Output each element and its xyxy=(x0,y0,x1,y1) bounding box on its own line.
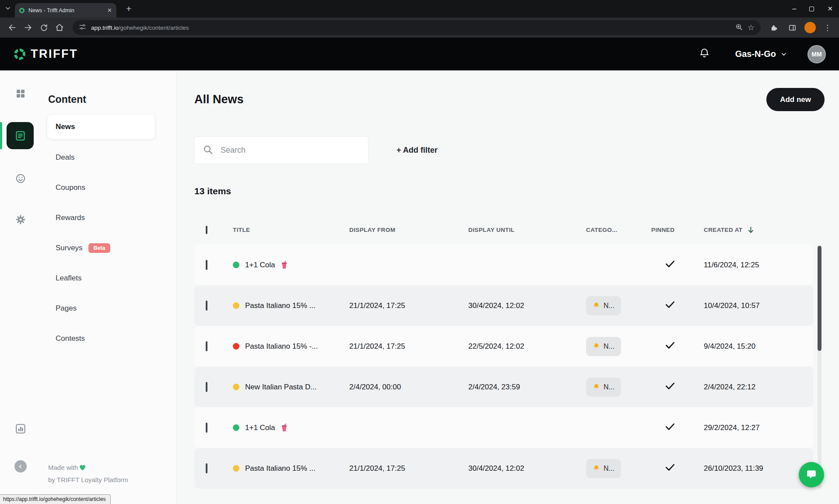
column-pinned[interactable]: PINNED xyxy=(651,227,704,233)
address-bar[interactable]: app.trifft.io/gohehegik/content/articles… xyxy=(73,20,761,35)
bell-icon xyxy=(593,343,600,350)
forward-icon[interactable] xyxy=(20,20,36,35)
row-checkbox[interactable] xyxy=(206,301,207,311)
sidebar-item-label: News xyxy=(56,122,75,131)
sidebar-item-leaflets[interactable]: Leaflets xyxy=(41,263,176,293)
tab-title: News - Trifft Admin xyxy=(28,7,103,14)
workspace-name: Gas-N-Go xyxy=(735,49,776,59)
row-title: 1+1 Cola xyxy=(245,261,275,270)
back-icon[interactable] xyxy=(4,20,20,35)
sidebar-item-label: Pages xyxy=(56,304,77,313)
window-controls: – ✕ xyxy=(793,0,833,18)
add-filter-button[interactable]: + Add filter xyxy=(397,146,438,155)
sidebar-item-contests[interactable]: Contests xyxy=(41,323,176,354)
browser-tab[interactable]: News - Trifft Admin ✕ xyxy=(15,3,116,18)
row-checkbox[interactable] xyxy=(206,463,207,473)
browser-profile-avatar[interactable] xyxy=(804,22,816,33)
scrollbar-thumb[interactable] xyxy=(818,246,821,351)
row-checkbox[interactable] xyxy=(206,260,207,270)
tab-search-icon[interactable] xyxy=(4,5,11,14)
add-new-button[interactable]: Add new xyxy=(766,88,825,111)
sidebar-item-rewards[interactable]: Rewards xyxy=(41,203,176,233)
row-display-from: 21/1/2024, 17:25 xyxy=(349,342,468,351)
notifications-bell-icon[interactable] xyxy=(699,48,710,60)
search-box[interactable] xyxy=(194,136,369,164)
row-title: Pasta Italiano 15% ... xyxy=(245,464,316,473)
minimize-icon[interactable]: – xyxy=(793,5,797,13)
row-checkbox[interactable] xyxy=(206,423,207,433)
new-tab-button[interactable]: + xyxy=(126,4,131,14)
category-badge: N... xyxy=(586,459,621,478)
sidebar-item-label: Deals xyxy=(56,153,74,162)
header-right: Gas-N-Go MM xyxy=(699,45,826,63)
chat-launcher-button[interactable] xyxy=(799,462,824,487)
bell-icon xyxy=(593,465,600,472)
table-row[interactable]: 1+1 Cola 29/2/2024, 12:27 xyxy=(194,407,813,448)
sidebar-item-pages[interactable]: Pages xyxy=(41,293,176,323)
column-created-at[interactable]: CREATED AT xyxy=(704,226,813,234)
side-panel-icon[interactable] xyxy=(784,20,800,35)
column-title[interactable]: TITLE xyxy=(233,227,349,233)
table-row[interactable]: Pasta Italiano 15% -... 21/1/2024, 17:25… xyxy=(194,326,813,367)
brand-name: TRIFFT xyxy=(31,47,78,61)
settings-gear-icon[interactable] xyxy=(15,214,26,225)
pinned-check-icon xyxy=(664,258,676,270)
bell-icon xyxy=(593,383,600,391)
row-created-at: 11/6/2024, 12:25 xyxy=(704,261,813,270)
search-icon xyxy=(203,144,213,157)
column-display-until[interactable]: DISPLAY UNTIL xyxy=(468,227,586,233)
window-close-icon[interactable]: ✕ xyxy=(827,5,833,13)
browser-tab-bar: News - Trifft Admin ✕ + – ✕ xyxy=(0,0,839,18)
extensions-puzzle-icon[interactable] xyxy=(766,20,782,35)
content-news-icon[interactable] xyxy=(7,122,34,149)
table-body: 1+1 Cola 11/6/2024, 12:25 Pasta Italiano… xyxy=(194,245,825,489)
drink-cup-icon xyxy=(281,261,288,269)
site-settings-icon[interactable] xyxy=(79,23,86,32)
sidebar-item-news[interactable]: News xyxy=(47,115,155,139)
row-created-at: 10/4/2024, 10:57 xyxy=(704,301,813,310)
engagement-smiley-icon[interactable] xyxy=(15,173,26,184)
table-row[interactable]: 1+1 Cola 11/6/2024, 12:25 xyxy=(194,245,813,285)
sidebar-item-coupons[interactable]: Coupons xyxy=(41,172,176,203)
row-checkbox[interactable] xyxy=(206,341,207,351)
zoom-icon[interactable] xyxy=(735,23,743,32)
pinned-check-icon xyxy=(664,340,676,351)
sidebar-item-label: Contests xyxy=(56,334,85,343)
chevron-down-icon xyxy=(780,51,787,58)
bookmark-star-icon[interactable]: ☆ xyxy=(748,24,755,32)
column-category[interactable]: CATEGO... xyxy=(586,227,651,233)
sidebar-item-surveys[interactable]: SurveysBeta xyxy=(41,233,176,263)
tab-close-icon[interactable]: ✕ xyxy=(107,7,112,13)
drink-cup-icon xyxy=(281,424,288,432)
sidebar-item-label: Leaflets xyxy=(56,274,82,283)
items-count: 13 items xyxy=(194,186,825,196)
analytics-chart-icon[interactable] xyxy=(15,423,26,434)
dashboard-icon[interactable] xyxy=(15,88,26,99)
table-row[interactable]: Pasta Italiano 15% ... 21/1/2024, 17:25 … xyxy=(194,448,813,489)
collapse-sidebar-icon[interactable] xyxy=(14,460,27,472)
main-panel: All News Add new + Add filter 13 items T… xyxy=(177,70,839,504)
select-all-checkbox[interactable] xyxy=(206,226,207,234)
reload-icon[interactable] xyxy=(36,20,52,35)
browser-menu-icon[interactable]: ⋮ xyxy=(820,23,835,32)
page-title: All News xyxy=(194,93,244,106)
row-checkbox[interactable] xyxy=(206,382,207,392)
search-input[interactable] xyxy=(221,146,343,155)
toolbar-right: ⋮ xyxy=(766,20,835,35)
table-scrollbar[interactable] xyxy=(818,245,821,489)
status-dot-icon xyxy=(233,465,239,472)
chat-bubble-icon xyxy=(806,469,817,480)
column-display-from[interactable]: DISPLAY FROM xyxy=(349,227,468,233)
row-title: Pasta Italiano 15% -... xyxy=(245,342,318,351)
maximize-icon[interactable] xyxy=(809,7,814,11)
sidebar-item-deals[interactable]: Deals xyxy=(41,142,176,172)
trifft-logo[interactable]: TRIFFT xyxy=(13,47,78,61)
table-row[interactable]: New Italian Pasta D... 2/4/2024, 00:00 2… xyxy=(194,367,813,407)
section-title: Content xyxy=(41,94,176,105)
category-badge: N... xyxy=(586,337,621,356)
workspace-selector[interactable]: Gas-N-Go xyxy=(735,49,787,59)
table-row[interactable]: Pasta Italiano 15% ... 21/1/2024, 17:25 … xyxy=(194,285,813,326)
home-icon[interactable] xyxy=(52,20,67,35)
row-display-until: 2/4/2024, 23:59 xyxy=(468,383,586,392)
user-avatar[interactable]: MM xyxy=(807,45,826,63)
